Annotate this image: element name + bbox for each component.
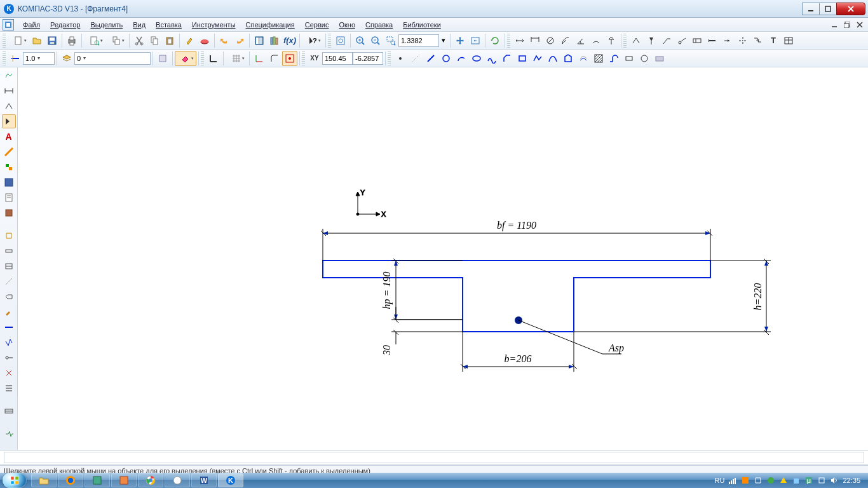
dim-auto-button[interactable]	[512, 33, 527, 48]
bezier-button[interactable]	[545, 51, 560, 66]
tool-17[interactable]	[621, 51, 637, 66]
variables-button[interactable]: f(x)	[282, 33, 297, 48]
spline-button[interactable]	[484, 51, 499, 66]
maximize-button[interactable]	[819, 3, 837, 15]
tray-icon-5[interactable]	[792, 476, 801, 485]
ltool-22[interactable]	[2, 404, 16, 418]
menu-help[interactable]: Справка	[360, 20, 398, 30]
ltool-geometry[interactable]	[2, 69, 16, 83]
mdi-minimize[interactable]	[829, 20, 840, 29]
menu-select[interactable]: Выделить	[85, 20, 128, 30]
arrow-button[interactable]	[720, 33, 735, 48]
ltool-13[interactable]	[2, 259, 16, 273]
ltool-annot[interactable]	[2, 99, 16, 113]
close-button[interactable]	[836, 3, 865, 15]
dim-rad-button[interactable]	[558, 33, 573, 48]
zoom-fit-button[interactable]	[333, 33, 348, 48]
ltool-21[interactable]	[2, 381, 16, 395]
circle-button[interactable]	[438, 51, 454, 66]
network-icon[interactable]	[728, 476, 737, 485]
scale-combo[interactable]: 1.0	[23, 52, 55, 65]
text-button[interactable]: T	[766, 33, 781, 48]
libs-button[interactable]	[267, 33, 282, 48]
taskbar-app4[interactable]	[111, 473, 137, 487]
menu-libs[interactable]: Библиотеки	[398, 20, 446, 30]
taskbar-explorer[interactable]	[31, 473, 57, 487]
coord-y-input[interactable]	[353, 52, 383, 65]
coord-x-input[interactable]	[322, 52, 353, 65]
ltool-dims[interactable]	[2, 84, 16, 98]
taskbar-kompas[interactable]: K	[218, 473, 243, 487]
ltool-23[interactable]	[2, 427, 16, 441]
tray-icon-6[interactable]	[817, 476, 826, 485]
menu-edit[interactable]: Редактор	[45, 20, 85, 30]
command-input[interactable]	[4, 452, 864, 463]
tolerance-button[interactable]	[689, 33, 705, 48]
autoline-button[interactable]	[606, 51, 621, 66]
zoom-window-button[interactable]	[383, 33, 398, 48]
dim-arc-button[interactable]	[588, 33, 604, 48]
table-button[interactable]	[781, 33, 796, 48]
taskbar-app3[interactable]	[85, 473, 110, 487]
layer-button[interactable]	[59, 51, 74, 66]
redraw-button[interactable]	[487, 33, 503, 48]
help-button[interactable]: ?	[302, 33, 323, 48]
paste-button[interactable]	[162, 33, 177, 48]
contour-button[interactable]	[560, 51, 576, 66]
lang-indicator[interactable]: RU	[715, 477, 725, 484]
ltool-20[interactable]	[2, 366, 16, 380]
minimize-button[interactable]	[802, 3, 820, 15]
preview-button[interactable]	[84, 33, 105, 48]
ltool-12[interactable]	[2, 244, 16, 258]
round-button[interactable]	[267, 51, 282, 66]
zoom-dropdown[interactable]: ▾	[439, 33, 448, 48]
point-button[interactable]	[393, 51, 408, 66]
zoom-out-button[interactable]	[368, 33, 383, 48]
manager-button[interactable]	[252, 33, 267, 48]
ltool-report[interactable]	[2, 191, 16, 205]
copy-button[interactable]	[147, 33, 162, 48]
ltool-11[interactable]	[2, 229, 16, 243]
dim-diam-button[interactable]	[543, 33, 558, 48]
ltool-10[interactable]	[2, 206, 16, 220]
break-button[interactable]	[750, 33, 766, 48]
dim-linear-button[interactable]	[527, 33, 543, 48]
taskbar-word[interactable]: W	[191, 473, 217, 487]
menu-file[interactable]: Файл	[18, 20, 45, 30]
ltool-edit[interactable]	[2, 114, 16, 128]
tray-icon-3[interactable]	[766, 476, 775, 485]
ltool-15[interactable]	[2, 290, 16, 304]
tray-icon-1[interactable]	[741, 476, 750, 485]
mdi-restore[interactable]	[841, 20, 853, 29]
hatch-button[interactable]	[591, 51, 606, 66]
menu-spec[interactable]: Спецификация	[241, 20, 300, 30]
polyline-button[interactable]	[530, 51, 545, 66]
save-button[interactable]	[44, 33, 60, 48]
mdi-system-icon[interactable]	[3, 19, 14, 30]
equidist-button[interactable]	[576, 51, 591, 66]
rough-button[interactable]	[628, 33, 644, 48]
clock[interactable]: 22:35	[843, 477, 860, 484]
layer-combo[interactable]: 0	[74, 52, 151, 65]
menu-view[interactable]: Вид	[128, 20, 151, 30]
style-button[interactable]	[8, 51, 23, 66]
print-button[interactable]	[64, 33, 79, 48]
cut-button[interactable]	[132, 33, 147, 48]
ltool-spec[interactable]	[2, 175, 16, 189]
mdi-close[interactable]	[854, 20, 865, 29]
ltool-16[interactable]	[2, 305, 16, 319]
props-button[interactable]	[197, 33, 212, 48]
xy-button[interactable]: XY	[307, 51, 322, 66]
ortho-button[interactable]	[206, 51, 221, 66]
taskbar-app6[interactable]	[165, 473, 190, 487]
menu-window[interactable]: Окно	[334, 20, 360, 30]
segment-button[interactable]	[423, 51, 438, 66]
center-button[interactable]	[735, 33, 750, 48]
drawing-canvas[interactable]: Y X bf = 1190 h=2	[18, 67, 868, 450]
redo-button[interactable]	[232, 33, 247, 48]
chamfer-button[interactable]	[499, 51, 515, 66]
rect-button[interactable]	[515, 51, 530, 66]
volume-icon[interactable]	[830, 476, 839, 485]
zoom-input[interactable]	[398, 34, 439, 47]
ltool-14[interactable]	[2, 274, 16, 288]
